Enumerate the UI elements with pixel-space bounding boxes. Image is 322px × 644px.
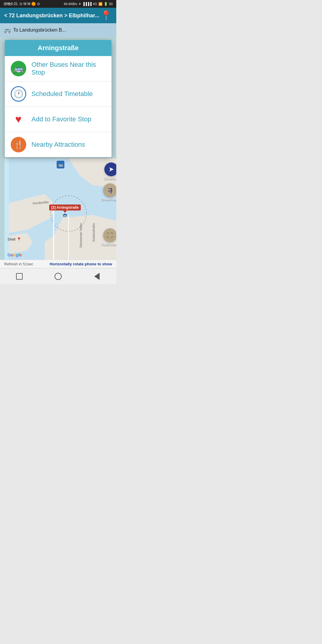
favorite-label: Add to Favorite Stop xyxy=(32,115,92,123)
favorite-item[interactable]: ♥ Add to Favorite Stop xyxy=(5,107,112,132)
destination-text: To Landungsbrücken B... xyxy=(13,27,66,33)
context-menu-dialog: Arningstraße 🚌 Other Buses Near this Sto… xyxy=(5,40,112,157)
battery-level: 50 xyxy=(109,2,113,6)
shell-text: Shell xyxy=(7,237,16,242)
signal-icon: ▐▐▐▐ xyxy=(82,2,92,6)
bottom-bar: Refresh in 51sec Horizontally rotate pho… xyxy=(0,260,116,268)
map-pin-icon: 📍 xyxy=(100,10,112,21)
network-speed: 84.6KB/s xyxy=(64,2,77,6)
network-type: 4G xyxy=(93,2,97,6)
fullscreen-label: FullScreen xyxy=(102,243,116,246)
bus-icon: 🚌 xyxy=(4,27,11,33)
direction-circle: ➤ xyxy=(104,162,116,176)
marker-dot: 🚌 xyxy=(62,213,68,218)
recents-button[interactable] xyxy=(15,272,24,281)
direction-button[interactable]: ➤ Direction xyxy=(104,162,116,180)
clock-icon: 🕐 xyxy=(11,86,26,102)
status-right: 84.6KB/s ✳ ▐▐▐▐ 4G 📶 🔋 50 xyxy=(64,2,113,6)
attractions-item[interactable]: 🍴 Nearby Attractions xyxy=(5,132,112,157)
attractions-label: Nearby Attractions xyxy=(32,141,85,148)
marker-label: [2] Arningstraße xyxy=(49,205,81,210)
dialog-title: Arningstraße xyxy=(5,40,112,56)
fullscreen-button[interactable]: ⛶ FullScreen xyxy=(102,228,116,246)
recents-icon xyxy=(16,273,23,280)
status-icons: ⊙ M M 🟠 ⊙ xyxy=(19,2,40,6)
app-header-title: < 72 Landungsbrücken > Elbphilhar... xyxy=(4,13,100,19)
nav-bar xyxy=(0,268,116,284)
fullscreen-circle: ⛶ xyxy=(103,228,116,242)
map-marker[interactable]: [2] Arningstraße 🚌 xyxy=(49,205,81,216)
wifi-icon: 📶 xyxy=(98,2,103,6)
marker-arrow xyxy=(63,210,67,213)
svg-text:Steinwerder Hafen: Steinwerder Hafen xyxy=(79,223,83,248)
back-icon xyxy=(94,273,100,280)
shell-pin-icon: 📍 xyxy=(16,237,21,242)
other-buses-item[interactable]: 🚌 Other Buses Near this Stop xyxy=(5,56,112,81)
rotate-text: Horizontally rotate phone to show xyxy=(50,262,112,266)
fork-icon: 🍴 xyxy=(11,137,26,152)
map-icon-button[interactable]: 📍 xyxy=(100,10,112,21)
refresh-text: Refresh in 51sec xyxy=(4,262,33,266)
status-left: 傍晚6:31 ⊙ M M 🟠 ⊙ xyxy=(4,1,40,7)
status-time: 傍晚6:31 xyxy=(4,1,18,7)
bluetooth-icon: ✳ xyxy=(78,2,81,6)
battery-icon: 🔋 xyxy=(104,2,108,6)
map-section[interactable]: Norderelbe Steinwerder Hafen Südwesthafe… xyxy=(4,158,116,260)
heart-icon: ♥ xyxy=(11,112,26,127)
home-icon xyxy=(55,273,62,280)
streetview-label: StreetView xyxy=(102,198,116,201)
map-top-bus-icon: 🚌 xyxy=(57,161,64,168)
timetable-item[interactable]: 🕐 Scheduled Timetable xyxy=(5,81,112,107)
home-button[interactable] xyxy=(54,272,63,281)
destination-bar[interactable]: 🚌 To Landungsbrücken B... xyxy=(0,23,116,37)
bus-stop-icon: 🚌 xyxy=(11,61,26,76)
google-logo: Google xyxy=(7,253,22,257)
timetable-label: Scheduled Timetable xyxy=(32,90,93,98)
app-header: < 72 Landungsbrücken > Elbphilhar... 📍 xyxy=(0,8,116,23)
shell-label: Shell 📍 xyxy=(7,237,21,242)
other-buses-label: Other Buses Near this Stop xyxy=(32,61,106,76)
direction-label: Direction xyxy=(104,177,116,180)
svg-text:Südwesthafen: Südwesthafen xyxy=(92,223,95,242)
map-background: Arningstraße 🚌 Other Buses Near this Sto… xyxy=(0,37,116,260)
streetview-button[interactable]: 🗿 StreetView xyxy=(102,183,116,201)
back-button[interactable] xyxy=(92,272,101,281)
streetview-circle: 🗿 xyxy=(103,183,116,197)
status-bar: 傍晚6:31 ⊙ M M 🟠 ⊙ 84.6KB/s ✳ ▐▐▐▐ 4G 📶 🔋 … xyxy=(0,0,116,8)
